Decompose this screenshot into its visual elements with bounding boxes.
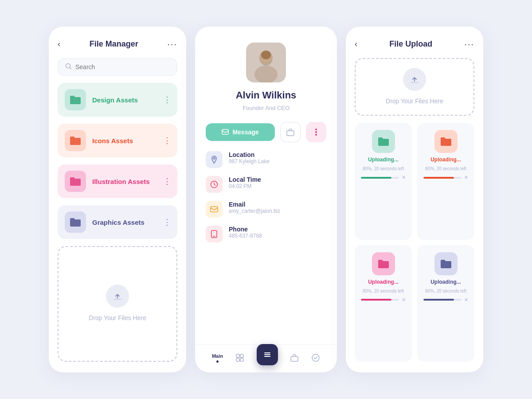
phone-label: Phone: [229, 226, 262, 233]
svg-point-23: [312, 354, 319, 361]
folder-graphics-more[interactable]: ⋮: [163, 217, 171, 227]
upload-icon-3: [372, 252, 395, 275]
upload-detail-3: 80%, 20 seconds left: [363, 289, 404, 293]
info-email: Email amy_carter@jalon.biz: [206, 201, 326, 218]
folder-design[interactable]: Design Assets ⋮: [58, 83, 177, 117]
upload-progress-bar-1: [361, 177, 399, 179]
svg-rect-8: [222, 129, 228, 134]
message-button[interactable]: Message: [206, 123, 275, 141]
upload-drop-label: Drop Your Files Here: [386, 96, 443, 106]
upload-progress-fill-3: [361, 299, 391, 301]
nav-list-active[interactable]: [257, 350, 278, 365]
nav-main[interactable]: Main: [212, 353, 223, 363]
upload-cancel-1[interactable]: ✕: [402, 175, 406, 180]
upload-drop-zone[interactable]: Drop Your Files Here: [355, 58, 474, 116]
search-input[interactable]: [75, 63, 170, 70]
time-label: Local Time: [229, 176, 261, 183]
upload-grid: Uploading... 80%, 20 seconds left ✕ Uplo…: [355, 123, 474, 362]
nav-check[interactable]: [311, 353, 320, 362]
svg-rect-22: [291, 356, 298, 361]
svg-rect-18: [240, 358, 243, 361]
upload-cancel-3[interactable]: ✕: [402, 297, 406, 303]
upload-detail-1: 80%, 20 seconds left: [363, 166, 404, 171]
more-menu-button[interactable]: ···: [167, 39, 177, 49]
message-label: Message: [232, 129, 258, 136]
info-location: Location 987 Kyleigh Lake: [206, 151, 326, 168]
upload-progress-row-1: ✕: [361, 175, 406, 180]
upload-item-1: Uploading... 80%, 20 seconds left ✕: [355, 123, 412, 240]
upload-detail-2: 80%, 20 seconds left: [425, 166, 466, 171]
upload-status-2: Uploading...: [430, 156, 461, 163]
briefcase-nav-icon: [290, 353, 299, 362]
fileupload-title: File Upload: [389, 39, 432, 49]
drop-zone[interactable]: Drop Your Files Here: [58, 246, 177, 362]
folder-graphics-label: Graphics Assets: [92, 219, 145, 226]
folder-icons-more[interactable]: ⋮: [163, 136, 171, 145]
upload-status-3: Uploading...: [368, 279, 399, 285]
svg-line-1: [70, 67, 71, 69]
folder-icons-label: Icons Assets: [92, 137, 133, 145]
folder-illustration-more[interactable]: ⋮: [163, 176, 171, 186]
upload-more-button[interactable]: ···: [464, 39, 474, 49]
back-button[interactable]: ‹: [58, 39, 60, 49]
options-button[interactable]: [306, 122, 326, 142]
search-icon: [65, 63, 72, 71]
email-icon: [206, 201, 223, 218]
upload-cancel-4[interactable]: ✕: [464, 297, 468, 303]
clock-icon: [206, 176, 223, 193]
upload-progress-row-4: ✕: [423, 297, 468, 303]
svg-rect-15: [236, 354, 239, 357]
upload-cancel-2[interactable]: ✕: [464, 175, 468, 180]
upload-item-2: Uploading... 80%, 20 seconds left ✕: [417, 123, 474, 240]
svg-rect-12: [211, 207, 218, 212]
upload-progress-row-2: ✕: [423, 175, 468, 180]
nav-grid[interactable]: [235, 353, 244, 362]
upload-detail-4: 80%, 20 seconds left: [425, 289, 466, 293]
phone-value: 485-637-8768: [229, 233, 262, 239]
svg-rect-17: [236, 358, 239, 361]
briefcase-button[interactable]: [280, 122, 301, 142]
nav-main-label: Main: [212, 353, 223, 359]
upload-drop-icon: [403, 68, 426, 91]
svg-rect-16: [240, 354, 243, 357]
folder-icons[interactable]: Icons Assets ⋮: [58, 124, 177, 157]
upload-progress-row-3: ✕: [361, 297, 406, 303]
profile-info: Location 987 Kyleigh Lake Local Time 04:…: [195, 151, 337, 344]
fileupload-header: ‹ File Upload ···: [355, 39, 474, 49]
location-value: 987 Kyleigh Lake: [229, 158, 270, 164]
upload-progress-bar-4: [423, 299, 462, 301]
folder-illustration[interactable]: Illustration Assets ⋮: [58, 164, 177, 198]
time-value: 04:02 PM: [229, 183, 261, 189]
upload-icon: [106, 285, 129, 308]
folder-icons-icon-wrap: [65, 130, 86, 151]
profile-nav: Main: [195, 344, 337, 365]
profile-avatar: [246, 43, 286, 82]
profile-actions: Message: [195, 122, 337, 151]
nav-briefcase[interactable]: [290, 353, 299, 362]
folder-graphics[interactable]: Graphics Assets ⋮: [58, 205, 177, 239]
upload-item-3: Uploading... 80%, 20 seconds left ✕: [355, 245, 412, 362]
upload-status-1: Uploading...: [368, 156, 399, 163]
profile-top: Alvin Wilkins Founder And CEO: [195, 27, 337, 122]
nav-main-dot: [216, 360, 219, 363]
file-manager-panel: ‹ File Manager ··· Design Assets ⋮ Icons: [49, 27, 186, 372]
folder-graphics-icon-wrap: [65, 211, 86, 233]
check-circle-icon: [311, 353, 320, 362]
file-upload-panel: ‹ File Upload ··· Drop Your Files Here U…: [346, 27, 483, 372]
location-icon: [206, 151, 223, 168]
folder-design-more[interactable]: ⋮: [163, 95, 171, 105]
email-label: Email: [229, 201, 280, 208]
search-bar[interactable]: [58, 58, 177, 76]
location-label: Location: [229, 151, 270, 158]
profile-name: Alvin Wilkins: [236, 90, 297, 101]
svg-point-10: [213, 157, 215, 159]
grid-icon: [235, 353, 244, 362]
upload-back-button[interactable]: ‹: [355, 39, 357, 49]
svg-rect-9: [287, 131, 294, 136]
profile-role: Founder And CEO: [243, 105, 289, 111]
upload-item-4: Uploading... 80%, 20 seconds left ✕: [417, 245, 474, 362]
folder-illustration-icon-wrap: [65, 171, 86, 192]
folder-illustration-label: Illustration Assets: [92, 178, 149, 185]
upload-status-4: Uploading...: [430, 279, 461, 285]
upload-progress-fill-4: [423, 299, 454, 301]
